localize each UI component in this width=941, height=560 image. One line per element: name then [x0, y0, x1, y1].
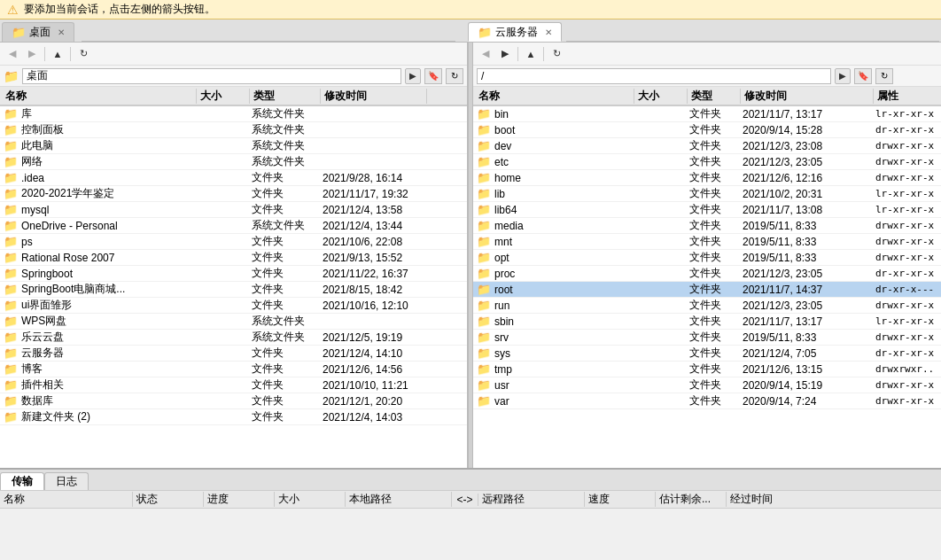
- left-address-input[interactable]: [22, 68, 401, 84]
- right-addr-bookmark-btn[interactable]: 🔖: [854, 68, 872, 84]
- transfer-col-local-path: 本地路径: [346, 492, 452, 507]
- left-file-row[interactable]: 📁 云服务器 文件夹 2021/12/4, 14:10: [0, 346, 467, 362]
- right-file-name: 📁 etc: [473, 155, 633, 168]
- left-forward-btn[interactable]: ▶: [23, 45, 41, 63]
- right-up-btn[interactable]: ▲: [522, 45, 540, 63]
- left-file-list[interactable]: 📁 库 系统文件夹 📁 控制面板 系统文件夹 📁 此电脑 系统文件夹: [0, 106, 467, 468]
- left-file-row[interactable]: 📁 新建文件夹 (2) 文件夹 2021/12/4, 14:03: [0, 409, 467, 425]
- right-file-name: 📁 dev: [473, 139, 633, 152]
- left-col-name[interactable]: 名称: [2, 89, 197, 104]
- left-col-size[interactable]: 大小: [197, 89, 250, 104]
- right-pane: ◀ ▶ ▲ ↻ ▶ 🔖 ↻ 名称 大小 类型 修改时间 属性 📁 bin: [473, 43, 941, 468]
- left-file-row[interactable]: 📁 mysql 文件夹 2021/12/4, 13:58: [0, 202, 467, 218]
- right-file-row[interactable]: 📁 run 文件夹 2021/12/3, 23:05 drwxr-xr-x: [473, 298, 941, 314]
- transfer-col-name: 名称: [0, 492, 133, 507]
- left-file-row[interactable]: 📁 博客 文件夹 2021/12/6, 14:56: [0, 362, 467, 377]
- right-file-row[interactable]: 📁 proc 文件夹 2021/12/3, 23:05 dr-xr-xr-x: [473, 266, 941, 282]
- right-file-row[interactable]: 📁 lib 文件夹 2021/10/2, 20:31 lr-xr-xr-x: [473, 186, 941, 202]
- left-addr-go-btn[interactable]: ▶: [405, 68, 421, 84]
- left-file-row[interactable]: 📁 SpringBoot电脑商城... 文件夹 2021/8/15, 18:42: [0, 282, 467, 298]
- tab-left-close[interactable]: ✕: [58, 27, 65, 37]
- right-addr-refresh-btn[interactable]: ↻: [875, 68, 893, 84]
- right-file-row[interactable]: 📁 home 文件夹 2021/12/6, 12:16 drwxr-xr-x: [473, 170, 941, 186]
- right-address-input[interactable]: [477, 68, 831, 84]
- transfer-col-size: 大小: [275, 492, 346, 507]
- left-file-type: 文件夹: [248, 377, 319, 393]
- left-file-row[interactable]: 📁 .idea 文件夹 2021/9/28, 16:14: [0, 170, 467, 186]
- left-file-row[interactable]: 📁 乐云云盘 系统文件夹 2021/12/5, 19:19: [0, 330, 467, 346]
- left-file-row[interactable]: 📁 Springboot 文件夹 2021/11/22, 16:37: [0, 266, 467, 282]
- right-back-btn[interactable]: ◀: [477, 45, 494, 63]
- left-up-btn[interactable]: ▲: [49, 45, 66, 63]
- right-folder-icon: 📁: [477, 107, 491, 121]
- tab-left-desktop[interactable]: 📁 桌面 ✕: [2, 22, 74, 42]
- left-file-row[interactable]: 📁 Rational Rose 2007 文件夹 2021/9/13, 15:5…: [0, 250, 467, 266]
- right-file-row[interactable]: 📁 boot 文件夹 2020/9/14, 15:28 dr-xr-xr-x: [473, 122, 941, 138]
- left-folder-icon: 📁: [4, 315, 18, 328]
- right-col-name[interactable]: 名称: [475, 89, 634, 104]
- right-refresh-btn[interactable]: ↻: [548, 45, 565, 63]
- left-file-row[interactable]: 📁 数据库 文件夹 2021/12/1, 20:20: [0, 393, 467, 409]
- right-file-list[interactable]: 📁 bin 文件夹 2021/11/7, 13:17 lr-xr-xr-x 📁 …: [473, 106, 941, 468]
- right-file-row[interactable]: 📁 srv 文件夹 2019/5/11, 8:33 drwxr-xr-x: [473, 330, 941, 346]
- right-file-row[interactable]: 📁 root 文件夹 2021/11/7, 14:37 dr-xr-x---: [473, 282, 941, 298]
- left-file-row[interactable]: 📁 此电脑 系统文件夹: [0, 138, 467, 154]
- right-file-row[interactable]: 📁 mnt 文件夹 2019/5/11, 8:33 drwxr-xr-x: [473, 234, 941, 250]
- right-file-row[interactable]: 📁 bin 文件夹 2021/11/7, 13:17 lr-xr-xr-x: [473, 106, 941, 122]
- right-file-row[interactable]: 📁 sys 文件夹 2021/12/4, 7:05 dr-xr-xr-x: [473, 346, 941, 362]
- right-folder-icon: 📁: [477, 123, 491, 136]
- right-col-modified[interactable]: 修改时间: [741, 89, 874, 104]
- left-file-row[interactable]: 📁 ui界面雏形 文件夹 2021/10/16, 12:10: [0, 298, 467, 314]
- left-file-row[interactable]: 📁 网络 系统文件夹: [0, 154, 467, 170]
- right-file-row[interactable]: 📁 sbin 文件夹 2021/11/7, 13:17 lr-xr-xr-x: [473, 314, 941, 330]
- left-back-btn[interactable]: ◀: [4, 45, 21, 63]
- right-forward-btn[interactable]: ▶: [496, 45, 514, 63]
- left-file-name: 📁 mysql: [0, 203, 195, 216]
- left-file-row[interactable]: 📁 插件相关 文件夹 2021/10/10, 11:21: [0, 377, 467, 393]
- right-file-row[interactable]: 📁 usr 文件夹 2020/9/14, 15:19 drwxr-xr-x: [473, 377, 941, 393]
- left-file-name: 📁 插件相关: [0, 377, 195, 393]
- left-file-row[interactable]: 📁 OneDrive - Personal 系统文件夹 2021/12/4, 1…: [0, 218, 467, 234]
- bottom-tab-log[interactable]: 日志: [44, 472, 89, 490]
- left-folder-icon: 📁: [4, 251, 18, 264]
- left-folder-icon: 📁: [4, 139, 18, 152]
- left-file-row[interactable]: 📁 库 系统文件夹: [0, 106, 467, 122]
- left-addr-refresh-btn[interactable]: ↻: [446, 68, 463, 84]
- right-folder-icon: 📁: [477, 187, 491, 200]
- right-file-row[interactable]: 📁 lib64 文件夹 2021/11/7, 13:08 lr-xr-xr-x: [473, 202, 941, 218]
- right-addr-go-btn[interactable]: ▶: [835, 68, 851, 84]
- left-file-type: 文件夹: [248, 186, 319, 201]
- right-col-size[interactable]: 大小: [634, 89, 688, 104]
- left-file-row[interactable]: 📁 控制面板 系统文件夹: [0, 122, 467, 138]
- left-file-type: 文件夹: [248, 362, 319, 377]
- left-file-row[interactable]: 📁 WPS网盘 系统文件夹: [0, 314, 467, 330]
- right-file-attr: drwxr-xr-x: [872, 220, 941, 231]
- left-file-name: 📁 SpringBoot电脑商城...: [0, 282, 195, 297]
- left-file-row[interactable]: 📁 2020-2021学年鉴定 文件夹 2021/11/17, 19:32: [0, 186, 467, 202]
- right-file-name: 📁 opt: [473, 251, 633, 264]
- left-file-modified: 2021/12/1, 20:20: [319, 395, 425, 408]
- left-toolbar: ◀ ▶ ▲ ↻: [0, 43, 467, 66]
- left-col-modified[interactable]: 修改时间: [321, 89, 427, 104]
- right-col-type[interactable]: 类型: [688, 89, 741, 104]
- left-folder-icon: 📁: [4, 123, 18, 136]
- left-addr-bookmark-btn[interactable]: 🔖: [424, 68, 442, 84]
- left-refresh-btn[interactable]: ↻: [74, 45, 92, 63]
- right-file-type: 文件夹: [686, 393, 739, 408]
- right-file-attr: drwxr-xr-x: [872, 252, 941, 263]
- left-col-type[interactable]: 类型: [250, 89, 321, 104]
- right-file-row[interactable]: 📁 dev 文件夹 2021/12/3, 23:08 drwxr-xr-x: [473, 138, 941, 154]
- right-col-attr[interactable]: 属性: [874, 89, 941, 104]
- bottom-tab-transfer[interactable]: 传输: [0, 472, 44, 490]
- tab-right-server[interactable]: 📁 云服务器 ✕: [468, 22, 562, 42]
- right-file-attr: drwxr-xr-x: [872, 140, 941, 152]
- left-folder-icon: 📁: [4, 187, 18, 200]
- right-file-row[interactable]: 📁 var 文件夹 2020/9/14, 7:24 drwxr-xr-x: [473, 393, 941, 409]
- left-file-name: 📁 云服务器: [0, 346, 195, 361]
- right-file-row[interactable]: 📁 media 文件夹 2019/5/11, 8:33 drwxr-xr-x: [473, 218, 941, 234]
- tab-right-close[interactable]: ✕: [545, 27, 552, 37]
- right-file-row[interactable]: 📁 opt 文件夹 2019/5/11, 8:33 drwxr-xr-x: [473, 250, 941, 266]
- right-file-row[interactable]: 📁 tmp 文件夹 2021/12/6, 13:15 drwxrwxr..: [473, 362, 941, 377]
- left-file-row[interactable]: 📁 ps 文件夹 2021/10/6, 22:08: [0, 234, 467, 250]
- right-file-row[interactable]: 📁 etc 文件夹 2021/12/3, 23:05 drwxr-xr-x: [473, 154, 941, 170]
